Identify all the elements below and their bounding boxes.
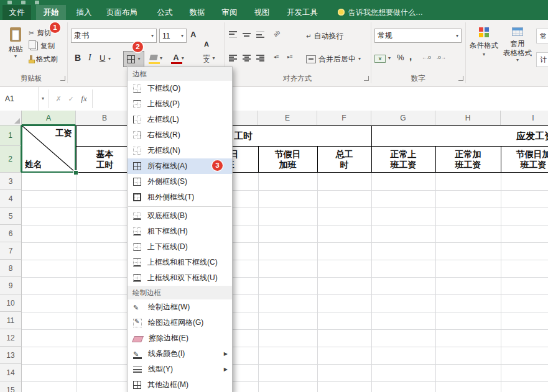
conditional-formatting-button[interactable]: 条件格式 ▾ [468,27,500,57]
cut-button[interactable]: ✂ 剪切 [29,27,51,39]
cell-h2[interactable]: 正常加 班工资 [435,146,501,173]
row-header-7[interactable]: 7 [0,242,22,260]
menu-item-border-none[interactable]: 无框线(N) [128,143,232,158]
menu-item-line-style[interactable]: 线型(Y)▶ [128,362,232,377]
cell-pay-header[interactable]: 应发工资 [516,125,548,146]
tell-me-box[interactable]: 告诉我您想要做什么… [348,5,423,20]
menu-item-border-right[interactable]: 右框线(R) [128,127,232,143]
percent-style-button[interactable]: % [397,53,404,62]
paste-button[interactable]: 粘贴 ▾ [4,25,27,71]
italic-button[interactable]: I [88,53,91,63]
menu-item-line-color[interactable]: 线条颜色(I)▶ [128,346,232,362]
cell-b2[interactable]: 基本 工时 [76,146,134,173]
font-size-combo[interactable]: 11▾ [159,29,187,43]
menu-item-border-outside[interactable]: 外侧框线(S) [128,174,232,189]
column-header-A[interactable]: A [22,111,76,125]
menu-item-border-double-bottom[interactable]: 双底框线(B) [128,208,232,224]
tab-insert[interactable]: 插入 [71,5,97,20]
format-painter-button[interactable]: 格式刷 [29,53,58,65]
tab-formulas[interactable]: 公式 [152,5,178,20]
row-header-10[interactable]: 10 [0,294,22,312]
row-header-5[interactable]: 5 [0,207,22,225]
row-header-11[interactable]: 11 [0,312,22,329]
select-all-corner[interactable] [0,111,22,125]
save-icon[interactable] [7,1,12,4]
alignment-dialog-launcher-icon[interactable] [364,76,369,81]
align-middle-button[interactable] [243,31,251,38]
column-header-E[interactable]: E [258,111,317,125]
cell-g2[interactable]: 正常上 班工资 [371,146,435,173]
cell-e2[interactable]: 节假日 加班 [258,146,317,173]
insert-function-icon[interactable]: fx [78,87,90,111]
cell-style-preview[interactable]: 计 [536,52,548,67]
underline-button[interactable]: U [100,53,105,63]
enter-icon[interactable]: ✓ [66,87,76,111]
tab-data[interactable]: 数据 [184,5,210,20]
currency-format-button[interactable]: ¥ ▾ [374,52,391,65]
row-header-1[interactable]: 1 [0,125,22,146]
cell-hours-header[interactable]: 工时 [234,125,253,146]
row-header-4[interactable]: 4 [0,190,22,207]
cell-i2[interactable]: 节假日加 班工资 [501,146,548,173]
row-header-3[interactable]: 3 [0,173,22,190]
merge-center-button[interactable]: 合并后居中 ▾ [306,52,361,66]
align-bottom-button[interactable] [256,31,264,38]
column-header-B[interactable]: B [76,111,134,125]
column-header-G[interactable]: G [371,111,435,125]
row-header-9[interactable]: 9 [0,277,22,294]
phonetic-guide-button[interactable]: wén文 ▾ [199,51,219,66]
redo-icon[interactable] [35,1,39,4]
increase-decimal-button[interactable]: ←.0 [422,55,431,60]
align-center-button[interactable] [243,55,251,62]
menu-item-border-top-double-bottom[interactable]: 上框线和双下框线(U) [128,270,232,286]
tab-file[interactable]: 文件 [2,5,31,20]
column-header-I[interactable]: I [501,111,548,125]
increase-indent-button[interactable]: ▸≡ [287,54,293,60]
cell-f2[interactable]: 总工 时 [317,146,371,173]
font-color-button[interactable]: A ▾ [169,51,188,66]
menu-item-border-left[interactable]: 左框线(L) [128,112,232,127]
menu-item-border-top-bottom[interactable]: 上下框线(D) [128,239,232,255]
fill-color-button[interactable]: ▾ [147,51,165,66]
clipboard-dialog-launcher-icon[interactable] [60,76,65,81]
bold-button[interactable]: B [75,53,81,63]
row-header-2[interactable]: 2 [0,146,22,173]
font-name-combo[interactable]: 隶书▾ [71,29,157,43]
format-as-table-button[interactable]: 套用 表格格式 ▾ [501,27,534,63]
row-header-12[interactable]: 12 [0,329,22,347]
number-dialog-launcher-icon[interactable] [458,76,463,81]
menu-item-draw-border[interactable]: 绘制边框(W) [128,299,232,315]
tab-page-layout[interactable]: 页面布局 [101,5,143,20]
undo-icon[interactable] [21,1,26,4]
decrease-decimal-button[interactable]: .0→ [437,55,446,60]
cell-style-preview[interactable]: 常 [536,29,548,43]
borders-button[interactable]: ▾ [123,51,144,67]
tab-developer[interactable]: 开发工具 [281,5,323,20]
row-header-6[interactable]: 6 [0,225,22,242]
align-left-button[interactable] [229,55,237,62]
comma-style-button[interactable]: , [409,51,412,62]
decrease-indent-button[interactable]: ◂≡ [274,54,279,60]
menu-item-erase-border[interactable]: 擦除边框(E) [128,330,232,346]
wrap-text-button[interactable]: ↵ 自动换行 [306,30,343,42]
copy-button[interactable]: 复制 [29,40,55,52]
menu-item-draw-border-grid[interactable]: 绘图边框网格(G) [128,315,232,330]
menu-item-border-thick-outside[interactable]: 粗外侧框线(T) [128,189,232,205]
menu-item-border-top-thick-bottom[interactable]: 上框线和粗下框线(C) [128,255,232,270]
column-header-F[interactable]: F [317,111,371,125]
name-box-dropdown-icon[interactable]: ▾ [39,87,47,111]
menu-item-border-bottom[interactable]: 下框线(O) [128,81,232,96]
menu-item-more-borders[interactable]: 其他边框(M) [128,377,232,392]
number-format-combo[interactable]: 常规▾ [374,29,462,43]
align-right-button[interactable] [256,55,264,62]
menu-item-border-top[interactable]: 上框线(P) [128,96,232,112]
row-header-15[interactable]: 15 [0,381,22,392]
name-box[interactable]: A1 [0,87,39,111]
tab-view[interactable]: 视图 [249,5,275,20]
tab-home[interactable]: 开始 [36,5,66,20]
align-top-button[interactable] [229,31,237,38]
tab-review[interactable]: 审阅 [216,5,243,20]
row-header-13[interactable]: 13 [0,347,22,364]
column-header-H[interactable]: H [435,111,501,125]
menu-item-border-thick-bottom[interactable]: 粗下框线(H) [128,224,232,239]
